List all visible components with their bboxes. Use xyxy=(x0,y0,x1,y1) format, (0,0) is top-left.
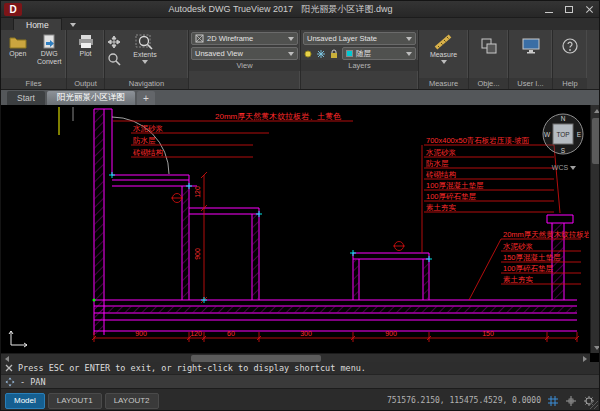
dimension-value: 900 xyxy=(194,248,201,260)
minimize-icon xyxy=(545,12,553,13)
viewcube-top-face[interactable]: TOP xyxy=(556,131,569,138)
annotation-note: 100厚碎石垫层 xyxy=(426,192,477,201)
tab-layout1[interactable]: LAYOUT1 xyxy=(48,393,102,409)
grid-icon[interactable] xyxy=(547,395,559,407)
document-title: 阳光丽景小区详图.dwg xyxy=(301,4,392,14)
vertical-scrollbar[interactable] xyxy=(590,105,600,353)
coordinates-readout: 751576.2150, 115475.4529, 0.0000 xyxy=(387,396,541,405)
panel-label-objects: Obje... xyxy=(469,78,508,89)
annotation-note: 防水层 xyxy=(133,136,156,145)
tab-layout2[interactable]: LAYOUT2 xyxy=(105,393,159,409)
objects-icon[interactable] xyxy=(481,38,497,54)
annotation-note: 砖砌结构 xyxy=(425,170,456,179)
window-title: Autodesk DWG TrueView 2017 阳光丽景小区详图.dwg xyxy=(22,3,539,16)
visual-style-value: 2D Wireframe xyxy=(207,34,253,43)
dimension-value: 60 xyxy=(227,330,235,337)
ribbon-collapse-icon[interactable] xyxy=(70,23,76,27)
tab-home[interactable]: Home xyxy=(13,18,62,30)
horizontal-scrollbar[interactable] xyxy=(1,353,590,362)
measure-icon xyxy=(434,34,454,50)
tab-start[interactable]: Start xyxy=(7,91,45,105)
zoom-extents-button[interactable]: Extents xyxy=(123,32,167,64)
annotation-note: 素土夯实 xyxy=(426,203,457,212)
layer-color-swatch xyxy=(346,50,353,57)
tab-model[interactable]: Model xyxy=(5,393,45,409)
panel-objects: Obje... xyxy=(469,30,509,89)
resize-grip[interactable] xyxy=(590,401,598,409)
chevron-down-icon xyxy=(441,60,447,64)
dimension-value: 300 xyxy=(300,330,312,337)
crosshair-icon[interactable] xyxy=(565,395,577,407)
help-icon[interactable] xyxy=(562,38,578,54)
panel-label-view: View xyxy=(189,60,300,71)
close-button[interactable] xyxy=(579,1,599,17)
pan-icon[interactable] xyxy=(107,35,121,49)
viewcube-north[interactable]: N xyxy=(561,115,566,122)
panel-output: Plot Output xyxy=(67,30,105,89)
chevron-down-icon xyxy=(570,166,576,170)
annotation-note: 100厚混凝土垫层 xyxy=(426,181,484,190)
horizontal-scroll-thumb[interactable] xyxy=(191,355,321,362)
ribbon-tab-bar: Home xyxy=(1,18,599,30)
wcs-dropdown[interactable]: WCS xyxy=(552,164,569,171)
minimize-button[interactable] xyxy=(539,1,559,17)
annotation-note: 150厚混凝土垫层 xyxy=(503,253,561,262)
chevron-down-icon xyxy=(406,52,412,56)
visual-style-combo[interactable]: 2D Wireframe xyxy=(191,32,298,45)
annotation-note: 水泥砂浆 xyxy=(425,148,457,157)
status-bar: Model LAYOUT1 LAYOUT2 751576.2150, 11547… xyxy=(1,388,599,411)
measure-button[interactable]: Measure xyxy=(422,32,466,64)
layer-state-value: Unsaved Layer State xyxy=(307,34,377,43)
annotation-note: 700x400x50青石板岩压顶-坡面 xyxy=(426,136,530,145)
layer-state-combo[interactable]: Unsaved Layer State xyxy=(303,32,416,45)
pan-command-icon xyxy=(5,377,15,387)
command-history-row: Press ESC or ENTER to exit, or right-cli… xyxy=(1,362,599,375)
vertical-scroll-thumb[interactable] xyxy=(592,118,600,164)
scroll-right-button[interactable] xyxy=(579,354,590,362)
maximize-button[interactable] xyxy=(559,1,579,17)
scroll-up-button[interactable] xyxy=(591,105,600,116)
viewcube-west[interactable]: W xyxy=(544,131,551,138)
user-interface-icon[interactable] xyxy=(522,38,540,54)
app-title: Autodesk DWG TrueView 2017 xyxy=(169,4,293,14)
zoom-icon[interactable] xyxy=(107,52,121,66)
close-icon[interactable] xyxy=(5,364,13,372)
new-drawing-tab-button[interactable]: + xyxy=(137,91,155,105)
open-button[interactable]: Open xyxy=(3,32,33,58)
title-bar: D Autodesk DWG TrueView 2017 阳光丽景小区详图.dw… xyxy=(1,1,599,18)
scroll-left-button[interactable] xyxy=(1,354,12,362)
annotation-note: 防水层 xyxy=(426,159,449,168)
tab-active-document[interactable]: 阳光丽景小区详图 xyxy=(47,91,135,105)
command-history-text: Press ESC or ENTER to exit, or right-cli… xyxy=(18,363,366,373)
annotation-note: 砖砌结构 xyxy=(132,148,163,157)
panel-navigation: Extents Navigation xyxy=(105,30,189,89)
layer-on-icon[interactable] xyxy=(303,49,313,59)
layer-combo-value: 随层 xyxy=(356,49,371,59)
scroll-down-button[interactable] xyxy=(591,342,600,353)
panel-label-layers: Layers xyxy=(301,60,418,71)
layer-lock-icon[interactable] xyxy=(329,49,339,59)
annotation-note: 素土夯实 xyxy=(503,275,534,284)
annotations: 20mm厚天然黄木纹拉板岩、土黄色 水泥砂浆 防水层 砖砌结构 700x400x… xyxy=(132,112,589,337)
plot-button[interactable]: Plot xyxy=(70,32,102,58)
panel-user-interface: User I... xyxy=(509,30,553,89)
dimension-value: 900 xyxy=(135,330,147,337)
panel-measure: Measure Measure xyxy=(419,30,469,89)
command-input-row[interactable]: - PAN xyxy=(1,375,599,388)
chevron-down-icon xyxy=(406,37,412,41)
drawing-canvas[interactable]: 20mm厚天然黄木纹拉板岩、土黄色 水泥砂浆 防水层 砖砌结构 700x400x… xyxy=(1,105,600,362)
document-tab-bar: Start 阳光丽景小区详图 + xyxy=(1,90,599,105)
dwg-convert-button[interactable]: DWG Convert xyxy=(35,32,65,65)
app-logo-icon[interactable]: D xyxy=(4,3,22,16)
named-view-combo[interactable]: Unsaved View xyxy=(191,47,298,60)
viewcube-east[interactable]: E xyxy=(577,131,582,138)
cad-drawing: 20mm厚天然黄木纹拉板岩、土黄色 水泥砂浆 防水层 砖砌结构 700x400x… xyxy=(1,105,589,352)
layer-combo[interactable]: 随层 xyxy=(342,47,416,60)
viewcube-south[interactable]: S xyxy=(561,147,566,154)
dimension-value: 150 xyxy=(482,330,494,337)
panel-label-navigation: Navigation xyxy=(105,78,188,89)
layer-freeze-icon[interactable] xyxy=(316,49,326,59)
view-cube[interactable]: TOP N S W E WCS xyxy=(540,108,586,182)
plot-icon xyxy=(77,34,95,49)
panel-label-user-interface: User I... xyxy=(509,78,552,89)
